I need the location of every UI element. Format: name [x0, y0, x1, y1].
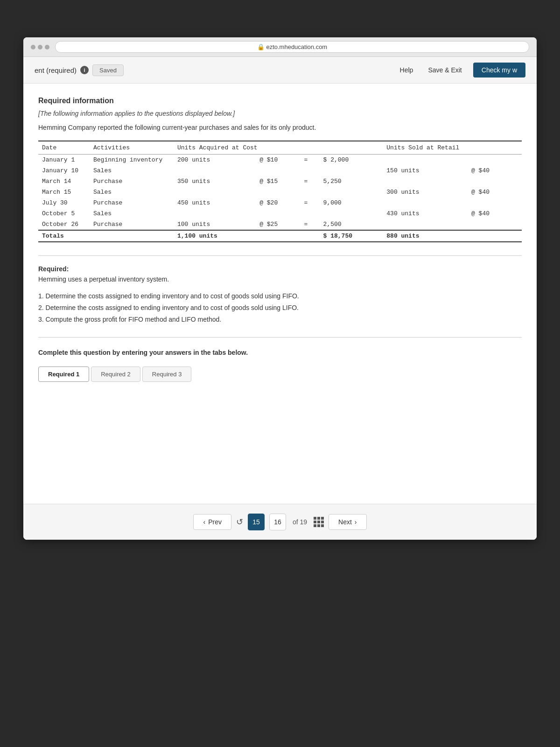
check-my-button[interactable]: Check my w — [473, 63, 525, 78]
dot-yellow — [38, 45, 42, 49]
cell-units-sold — [383, 219, 468, 230]
col-header-activities: Activities — [90, 141, 174, 155]
cell-retail — [468, 219, 522, 230]
saved-badge: Saved — [92, 64, 124, 76]
cell-units-acq: 350 units — [174, 176, 256, 187]
tab-required-3[interactable]: Required 3 — [142, 366, 192, 382]
cell-activity — [90, 230, 174, 242]
cell-date: July 30 — [38, 197, 90, 208]
cell-eq: = — [300, 176, 319, 187]
cell-activity: Sales — [90, 187, 174, 197]
page-of-label: of 19 — [293, 518, 307, 526]
toolbar: ent (required) i Saved Help Save & Exit … — [23, 57, 537, 84]
dot-red — [31, 45, 35, 49]
cell-units-sold: 880 units — [383, 230, 468, 242]
cell-units-acq — [174, 165, 256, 176]
table-row: July 30 Purchase 450 units @ $20 = 9,000 — [38, 197, 522, 208]
url-text: ezto.mheducation.com — [266, 43, 327, 50]
prev-button[interactable]: ‹ Prev — [193, 514, 231, 530]
cell-price — [256, 165, 300, 176]
help-button[interactable]: Help — [396, 64, 417, 76]
grid-dot-8 — [317, 524, 320, 527]
cell-cost: 5,250 — [320, 176, 383, 187]
col-header-units-acquired: Units Acquired at Cost — [174, 141, 383, 155]
task-item: 1. Determine the costs assigned to endin… — [38, 290, 522, 302]
col-header-units-sold: Units Sold at Retail — [383, 141, 522, 155]
next-label: Next — [338, 518, 352, 526]
cell-retail: @ $40 — [468, 165, 522, 176]
cell-cost — [320, 165, 383, 176]
col-header-date: Date — [38, 141, 90, 155]
toolbar-right: Help Save & Exit Check my w — [396, 63, 525, 78]
inventory-table: Date Activities Units Acquired at Cost U… — [38, 141, 522, 242]
pagination: ‹ Prev ↺ 15 16 of 19 Next › — [23, 504, 537, 540]
browser-bar: 🔒 ezto.mheducation.com — [23, 37, 537, 57]
cell-eq — [300, 208, 319, 219]
info-description: Hemming Company reported the following c… — [38, 124, 522, 131]
main-content: Required information [The following info… — [23, 84, 537, 504]
cell-units-acq: 1,100 units — [174, 230, 256, 242]
cell-retail: @ $40 — [468, 187, 522, 197]
table-row: October 5 Sales 430 units @ $40 — [38, 208, 522, 219]
cell-units-sold — [383, 176, 468, 187]
cell-date: October 5 — [38, 208, 90, 219]
cell-retail — [468, 155, 522, 166]
cell-units-sold — [383, 197, 468, 208]
cell-eq: = — [300, 197, 319, 208]
browser-dots — [31, 45, 49, 49]
cell-eq: = — [300, 155, 319, 166]
cell-cost: $ 2,000 — [320, 155, 383, 166]
tab-required-2[interactable]: Required 2 — [91, 366, 140, 382]
grid-icon[interactable] — [314, 517, 324, 527]
required-heading: Required: — [38, 265, 522, 273]
cell-activity: Purchase — [90, 176, 174, 187]
cell-eq — [300, 230, 319, 242]
cell-price: @ $15 — [256, 176, 300, 187]
cell-activity: Purchase — [90, 219, 174, 230]
grid-dot-9 — [321, 524, 324, 527]
info-icon[interactable]: i — [80, 66, 89, 74]
cell-date: January 10 — [38, 165, 90, 176]
table-row: October 26 Purchase 100 units @ $25 = 2,… — [38, 219, 522, 230]
cell-activity: Sales — [90, 208, 174, 219]
cell-cost — [320, 208, 383, 219]
cell-price: @ $25 — [256, 219, 300, 230]
task-list: 1. Determine the costs assigned to endin… — [38, 290, 522, 326]
tabs-container: Required 1Required 2Required 3 — [38, 366, 522, 382]
cell-activity: Purchase — [90, 197, 174, 208]
task-item: 3. Compute the gross profit for FIFO met… — [38, 314, 522, 325]
cell-date: October 26 — [38, 219, 90, 230]
cell-price: @ $10 — [256, 155, 300, 166]
cell-activity: Sales — [90, 165, 174, 176]
section-divider — [38, 255, 522, 256]
cell-units-sold: 430 units — [383, 208, 468, 219]
cell-units-acq — [174, 208, 256, 219]
refresh-icon[interactable]: ↺ — [236, 517, 243, 527]
grid-dot-4 — [314, 521, 316, 523]
save-exit-button[interactable]: Save & Exit — [424, 64, 465, 76]
page-15-button[interactable]: 15 — [248, 514, 265, 530]
tab-required-1[interactable]: Required 1 — [38, 366, 89, 382]
complete-divider — [38, 337, 522, 338]
url-bar: 🔒 ezto.mheducation.com — [55, 41, 529, 53]
dot-green — [45, 45, 49, 49]
next-button[interactable]: Next › — [329, 514, 366, 530]
cell-cost: 9,000 — [320, 197, 383, 208]
table-row: March 15 Sales 300 units @ $40 — [38, 187, 522, 197]
cell-date: March 14 — [38, 176, 90, 187]
cell-price — [256, 230, 300, 242]
cell-cost: 2,500 — [320, 219, 383, 230]
grid-dot-7 — [314, 524, 316, 527]
grid-dot-6 — [321, 521, 324, 523]
cell-date: Totals — [38, 230, 90, 242]
grid-dot-3 — [321, 517, 324, 520]
cell-units-acq: 450 units — [174, 197, 256, 208]
cell-retail — [468, 197, 522, 208]
complete-instruction: Complete this question by entering your … — [38, 347, 522, 358]
cell-date: January 1 — [38, 155, 90, 166]
cell-retail — [468, 176, 522, 187]
table-row: January 1 Beginning inventory 200 units … — [38, 155, 522, 166]
page-16-button[interactable]: 16 — [269, 514, 286, 530]
grid-dot-5 — [317, 521, 320, 523]
table-row: January 10 Sales 150 units @ $40 — [38, 165, 522, 176]
